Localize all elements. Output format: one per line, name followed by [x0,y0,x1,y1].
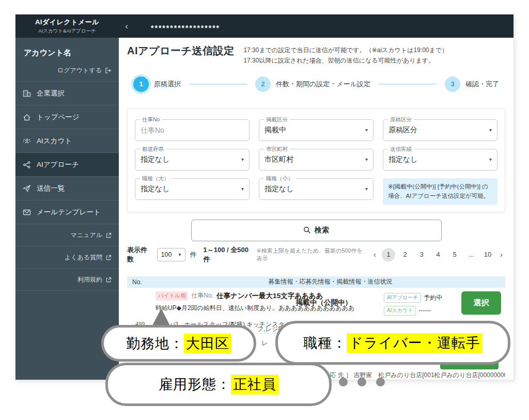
chevron-down-icon: ▾ [365,127,368,133]
sidebar-link-faq[interactable]: よくある質問 [15,246,119,269]
job-category-major-select[interactable]: 職種（大） 指定なし ▾ [135,178,250,200]
sidebar: アカウント名 ログアウトする 企業選択 トップページ [15,38,119,380]
ai-scout-status: ------ [418,307,431,314]
sidebar-item-ai-approach[interactable]: AIアプローチ [15,153,119,177]
step-number: 2 [255,76,271,92]
page-title: AIアプローチ送信設定 [127,44,234,58]
field-label: 掲載区分 [264,116,290,123]
field-label: 職種（小） [264,175,295,182]
chevron-down-icon: ▾ [365,186,368,192]
dot-icon [357,378,366,386]
external-link-icon [106,232,112,238]
sidebar-item-top-page[interactable]: トップページ [15,105,119,129]
app-title: AIダイレクトメール [35,18,99,27]
callout-value-highlight: 正社員 [231,375,278,394]
send-list-icon [23,184,31,193]
header-note-line1: 17:30までの設定で当日に送信が可能です。（※aiスカウトは19:00まで） [243,45,448,55]
city-select[interactable]: 市区町村 市区町村 ▾ [259,149,374,170]
pagination-page-4[interactable]: 4 [431,248,445,261]
job-description: 時給UP◆月2回の給料日、速払い制度あり。ああああああああああああ [155,304,296,313]
sidebar-item-send-list[interactable]: 送信一覧 [15,177,119,200]
sidebar-collapse-button[interactable]: ‹ [119,14,134,38]
sidebar-item-label: メールテンプレート [37,208,101,217]
table-header: No. 募集情報・応募先情報・掲載情報・送信状況 [127,276,505,288]
pagination-page-2[interactable]: 2 [398,248,412,261]
send-status-badges: AIアプローチ 予約中 AIスカウト ------ [384,291,461,316]
prefecture-select[interactable]: 都道府県 指定なし ▾ [135,149,250,170]
per-page-unit: 件 [190,250,197,259]
chevron-down-icon: ▾ [241,186,244,192]
sidebar-link-manual[interactable]: マニュアル [15,224,119,246]
column-header-info: 募集情報・応募先情報・掲載情報・送信状況 [155,277,505,286]
callout-value-highlight: 大田区 [184,334,231,353]
pagination-page-5[interactable]: 5 [448,248,461,261]
field-value: 指定なし [264,184,362,194]
field-value: 原稿区分 [388,126,486,135]
field-label: 市区町村 [264,146,290,153]
filter-condition-note: ※[掲載中(公開中)] [予約中(公開中)] の場合、AIアプローチ送信設定が可… [383,178,497,205]
chevron-down-icon: ▾ [178,252,181,257]
ellipsis-dots [339,378,385,386]
per-page-select[interactable]: 100 ▾ [157,248,185,261]
pagination-next-icon[interactable]: › [497,250,505,259]
dot-icon [339,378,348,386]
pagination-page-10[interactable]: 10 [481,248,494,261]
header-note: 17:30までの設定で当日に送信が可能です。（※aiスカウトは19:00まで） … [243,44,448,66]
job-no-input[interactable] [141,126,244,134]
sidebar-item-mail-template[interactable]: メールテンプレート [15,200,119,224]
chevron-down-icon: ▾ [241,157,244,162]
filter-panel: 仕事No 掲載区分 掲載中 ▾ 原稿区分 原稿区分 ▾ 都道府県 指定なし ▾ [127,108,505,212]
job-summary: バイトル用 仕事No. 仕事ナンバー最大15文字ああああ 時給UP◆月2回の給料… [155,291,296,313]
send-history-select[interactable]: 送信実績 指定なし ▾ [383,149,497,170]
app-subtitle: AIスカウト&AIアプローチ [38,28,96,35]
column-header-no: No. [127,278,155,286]
dot-icon [376,378,385,386]
search-icon [303,226,311,234]
source-badge: バイトル用 [155,291,188,301]
sidebar-item-label: 送信一覧 [37,184,65,193]
sidebar-item-ai-scout[interactable]: AIスカウト [15,129,119,153]
step-2-settings: 2 件数・期間の設定・メール設定 [255,76,370,92]
chevron-down-icon: ▾ [489,127,492,133]
search-button[interactable]: 検索 [191,220,442,241]
step-number: 1 [133,76,149,92]
step-connector [189,84,247,85]
logout-button[interactable]: ログアウトする [15,65,119,82]
pagination: ‹ 1 2 3 4 5 ... 10 › [371,248,505,261]
job-no-label: 仕事No. [191,291,213,300]
sidebar-item-label: 企業選択 [37,89,65,98]
ai-scout-badge: AIスカウト [384,306,416,316]
pagination-prev-icon[interactable]: ‹ [371,250,379,259]
sidebar-link-terms[interactable]: 利用規約 [15,269,119,291]
pagination-page-3[interactable]: 3 [415,248,428,261]
sidebar-item-label: AIスカウト [37,136,72,146]
posting-status-select[interactable]: 掲載区分 掲載中 ▾ [259,119,374,141]
field-value: 掲載中 [264,126,362,135]
external-link-icon [106,277,112,283]
account-name: アカウント名 [15,38,119,65]
sidebar-item-company-select[interactable]: 企業選択 [15,82,119,105]
chevron-down-icon: ▾ [489,157,492,162]
per-page-value: 100 [161,251,172,258]
field-label: 仕事No [140,116,162,123]
pagination-ellipsis: ... [464,248,478,261]
app-logo: AIダイレクトメール AIスカウト&AIアプローチ [15,14,119,38]
pagination-page-1[interactable]: 1 [382,248,395,261]
callout-label: 雇用形態： [159,375,231,394]
field-value: 指定なし [141,155,238,164]
job-no-field[interactable]: 仕事No [135,119,250,141]
home-icon [23,113,31,121]
obscured-row-fragment: レ [261,339,268,348]
manuscript-type-select[interactable]: 原稿区分 原稿区分 ▾ [383,119,497,141]
step-number: 3 [445,76,460,92]
callout-label: 職種： [303,334,347,352]
step-label: 原稿選択 [154,80,181,89]
callout-label: 勤務地： [126,334,184,353]
job-category-minor-select[interactable]: 職種（小） 指定なし ▾ [259,178,374,200]
sidebar-link-label: 利用規約 [77,275,102,284]
select-button[interactable]: 選択 [461,291,501,315]
logout-label: ログアウトする [57,66,102,75]
field-value: 指定なし [388,155,486,164]
top-bar: AIダイレクトメール AIスカウト&AIアプローチ ‹ ************… [15,14,514,38]
search-button-label: 検索 [315,226,329,235]
